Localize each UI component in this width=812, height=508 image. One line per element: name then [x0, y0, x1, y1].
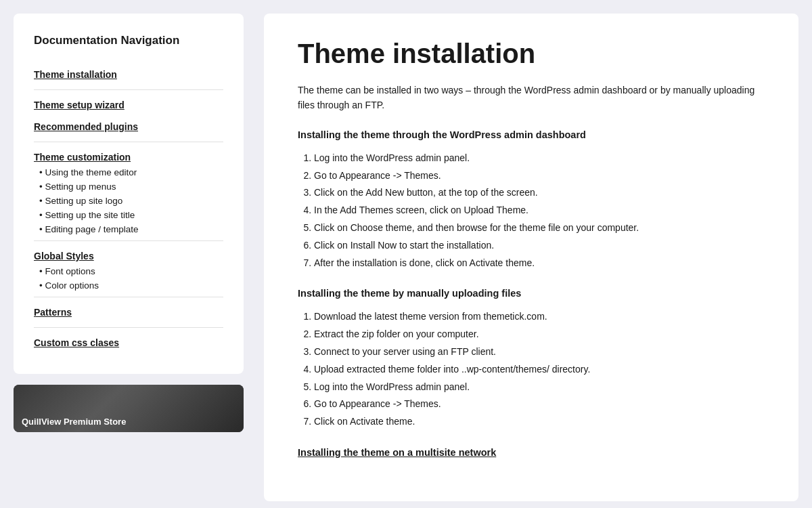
nav-divider-2 — [34, 142, 223, 142]
sidebar-item-theme-installation[interactable]: Theme installation — [34, 64, 223, 85]
sidebar-subitem-font-options[interactable]: Font options — [34, 264, 223, 278]
sidebar-item-custom-css-clases[interactable]: Custom css clases — [34, 332, 223, 354]
list-item: Log into the WordPress admin panel. — [314, 379, 765, 396]
sidebar-subitem-setting-up-site-title[interactable]: Setting up the site title — [34, 208, 223, 222]
sidebar-item-patterns[interactable]: Patterns — [34, 301, 223, 323]
page-layout: Documentation Navigation Theme installat… — [0, 0, 812, 508]
sidebar-item-theme-setup-wizard[interactable]: Theme setup wizard — [34, 94, 223, 116]
section-multisite: Installing the theme on a multisite netw… — [298, 447, 765, 458]
list-item: Click on Choose theme, and then browse f… — [314, 219, 765, 237]
list-item: Connect to your server using an FTP clie… — [314, 343, 765, 361]
sidebar-subitem-using-theme-editor[interactable]: Using the theme editor — [34, 165, 223, 179]
sidebar-subitem-color-options[interactable]: Color options — [34, 278, 223, 293]
bottom-image-card: QuillView Premium Store — [14, 385, 244, 432]
sidebar-subitem-setting-up-site-logo[interactable]: Setting up site logo — [34, 194, 223, 208]
sidebar-item-theme-customization[interactable]: Theme customization — [34, 146, 223, 165]
admin-steps-list: Log into the WordPress admin panel. Go t… — [314, 150, 765, 272]
intro-text: The theme can be installed in two ways –… — [298, 83, 765, 113]
list-item: Log into the WordPress admin panel. — [314, 150, 765, 167]
section-admin-dashboard: Installing the theme through the WordPre… — [298, 129, 765, 272]
nav-section-theme-customization: Theme customization Using the theme edit… — [34, 146, 223, 236]
sidebar-item-recommended-plugins[interactable]: Recommended plugins — [34, 116, 223, 137]
section-heading-multisite: Installing the theme on a multisite netw… — [298, 447, 765, 458]
nav-section-global-styles: Global Styles Font options Color options — [34, 245, 223, 293]
list-item: Download the latest theme version from t… — [314, 308, 765, 326]
list-item: Go to Appearance -> Themes. — [314, 167, 765, 185]
list-item: Click on the Add New button, at the top … — [314, 184, 765, 202]
list-item: After the installation is done, click on… — [314, 255, 765, 272]
sidebar-subitem-setting-up-menus[interactable]: Setting up menus — [34, 179, 223, 194]
list-item: Upload extracted theme folder into ..wp-… — [314, 361, 765, 379]
list-item: In the Add Themes screen, click on Uploa… — [314, 202, 765, 219]
nav-divider-1 — [34, 89, 223, 90]
list-item: Extract the zip folder on your computer. — [314, 326, 765, 343]
list-item: Click on Install Now to start the instal… — [314, 237, 765, 255]
section-heading-admin: Installing the theme through the WordPre… — [298, 129, 765, 140]
section-manual-upload: Installing the theme by manually uploadi… — [298, 288, 765, 431]
list-item: Go to Appearance -> Themes. — [314, 396, 765, 413]
sidebar-subitem-editing-page-template[interactable]: Editing page / template — [34, 222, 223, 236]
manual-steps-list: Download the latest theme version from t… — [314, 308, 765, 431]
page-title: Theme installation — [298, 38, 765, 69]
list-item: Click on Activate theme. — [314, 413, 765, 431]
nav-divider-3 — [34, 240, 223, 241]
bottom-image-text: QuillView Premium Store — [22, 417, 126, 427]
sidebar-item-global-styles[interactable]: Global Styles — [34, 245, 223, 264]
sidebar-bottom-card: QuillView Premium Store — [14, 385, 244, 432]
sidebar-title: Documentation Navigation — [34, 34, 223, 47]
nav-divider-5 — [34, 327, 223, 328]
sidebar: Documentation Navigation Theme installat… — [14, 14, 244, 374]
section-heading-manual: Installing the theme by manually uploadi… — [298, 288, 765, 299]
nav-divider-4 — [34, 297, 223, 297]
main-content: Theme installation The theme can be inst… — [264, 14, 798, 501]
